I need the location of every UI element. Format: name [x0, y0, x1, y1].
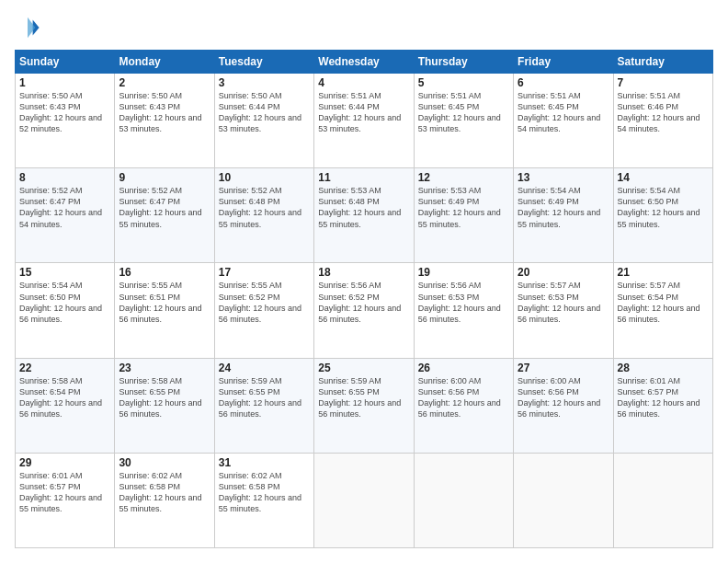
page: SundayMondayTuesdayWednesdayThursdayFrid… [0, 0, 728, 563]
day-number: 25 [318, 362, 409, 374]
calendar-week-row: 15 Sunrise: 5:54 AMSunset: 6:50 PMDaylig… [16, 263, 713, 358]
calendar-week-row: 29 Sunrise: 6:01 AMSunset: 6:57 PMDaylig… [16, 453, 713, 547]
day-info: Sunrise: 5:51 AMSunset: 6:45 PMDaylight:… [418, 91, 501, 133]
calendar-day-cell: 7 Sunrise: 5:51 AMSunset: 6:46 PMDayligh… [613, 74, 712, 168]
day-info: Sunrise: 5:51 AMSunset: 6:44 PMDaylight:… [318, 91, 401, 133]
calendar-day-cell: 14 Sunrise: 5:54 AMSunset: 6:50 PMDaylig… [613, 168, 712, 263]
day-info: Sunrise: 5:50 AMSunset: 6:43 PMDaylight:… [19, 91, 102, 133]
calendar-day-header: Wednesday [314, 51, 414, 74]
calendar-day-cell: 18 Sunrise: 5:56 AMSunset: 6:52 PMDaylig… [314, 263, 414, 358]
calendar-day-cell: 30 Sunrise: 6:02 AMSunset: 6:58 PMDaylig… [115, 453, 214, 547]
calendar-day-cell: 10 Sunrise: 5:52 AMSunset: 6:48 PMDaylig… [214, 168, 313, 263]
calendar-day-cell: 13 Sunrise: 5:54 AMSunset: 6:49 PMDaylig… [514, 168, 613, 263]
calendar-day-cell [314, 453, 414, 547]
calendar-day-cell: 26 Sunrise: 6:00 AMSunset: 6:56 PMDaylig… [414, 358, 513, 453]
day-number: 26 [418, 362, 509, 374]
calendar-day-cell: 24 Sunrise: 5:59 AMSunset: 6:55 PMDaylig… [214, 358, 313, 453]
day-number: 9 [119, 171, 210, 184]
day-info: Sunrise: 5:55 AMSunset: 6:52 PMDaylight:… [219, 281, 301, 323]
calendar-day-cell [613, 453, 712, 547]
calendar-day-cell: 1 Sunrise: 5:50 AMSunset: 6:43 PMDayligh… [16, 74, 115, 168]
calendar-day-cell: 25 Sunrise: 5:59 AMSunset: 6:55 PMDaylig… [314, 358, 414, 453]
day-info: Sunrise: 5:58 AMSunset: 6:54 PMDaylight:… [19, 376, 102, 419]
day-number: 22 [19, 362, 110, 374]
day-info: Sunrise: 5:56 AMSunset: 6:53 PMDaylight:… [418, 281, 501, 323]
day-info: Sunrise: 5:53 AMSunset: 6:48 PMDaylight:… [318, 186, 401, 228]
calendar-table: SundayMondayTuesdayWednesdayThursdayFrid… [15, 50, 713, 548]
calendar-day-header: Sunday [16, 51, 115, 74]
day-number: 29 [19, 456, 110, 469]
calendar-day-cell: 22 Sunrise: 5:58 AMSunset: 6:54 PMDaylig… [16, 358, 115, 453]
header [15, 15, 713, 40]
calendar-week-row: 22 Sunrise: 5:58 AMSunset: 6:54 PMDaylig… [16, 358, 713, 453]
day-number: 8 [19, 171, 110, 184]
day-info: Sunrise: 5:55 AMSunset: 6:51 PMDaylight:… [119, 281, 201, 323]
day-info: Sunrise: 5:53 AMSunset: 6:49 PMDaylight:… [418, 186, 501, 228]
day-number: 30 [119, 456, 210, 469]
day-number: 4 [318, 76, 409, 89]
day-number: 7 [618, 76, 709, 89]
day-info: Sunrise: 6:02 AMSunset: 6:58 PMDaylight:… [119, 471, 201, 513]
day-number: 28 [618, 362, 709, 374]
day-number: 19 [418, 266, 509, 279]
calendar-week-row: 8 Sunrise: 5:52 AMSunset: 6:47 PMDayligh… [16, 168, 713, 263]
day-number: 21 [618, 266, 709, 279]
calendar-day-cell: 23 Sunrise: 5:58 AMSunset: 6:55 PMDaylig… [115, 358, 214, 453]
day-info: Sunrise: 5:52 AMSunset: 6:47 PMDaylight:… [119, 186, 201, 228]
day-info: Sunrise: 5:57 AMSunset: 6:53 PMDaylight:… [518, 281, 600, 323]
logo [15, 15, 44, 40]
calendar-day-cell: 16 Sunrise: 5:55 AMSunset: 6:51 PMDaylig… [115, 263, 214, 358]
logo-icon [15, 15, 40, 40]
day-info: Sunrise: 5:51 AMSunset: 6:46 PMDaylight:… [618, 91, 700, 133]
calendar-day-cell: 19 Sunrise: 5:56 AMSunset: 6:53 PMDaylig… [414, 263, 513, 358]
calendar-day-cell: 12 Sunrise: 5:53 AMSunset: 6:49 PMDaylig… [414, 168, 513, 263]
calendar-day-cell: 17 Sunrise: 5:55 AMSunset: 6:52 PMDaylig… [214, 263, 313, 358]
day-info: Sunrise: 5:50 AMSunset: 6:44 PMDaylight:… [219, 91, 301, 133]
day-info: Sunrise: 5:54 AMSunset: 6:50 PMDaylight:… [618, 186, 700, 228]
calendar-day-cell: 11 Sunrise: 5:53 AMSunset: 6:48 PMDaylig… [314, 168, 414, 263]
day-info: Sunrise: 5:59 AMSunset: 6:55 PMDaylight:… [318, 376, 401, 419]
calendar-day-cell: 6 Sunrise: 5:51 AMSunset: 6:45 PMDayligh… [514, 74, 613, 168]
calendar-day-cell: 3 Sunrise: 5:50 AMSunset: 6:44 PMDayligh… [214, 74, 313, 168]
day-info: Sunrise: 5:59 AMSunset: 6:55 PMDaylight:… [219, 376, 301, 419]
day-info: Sunrise: 5:50 AMSunset: 6:43 PMDaylight:… [119, 91, 201, 133]
day-info: Sunrise: 5:54 AMSunset: 6:50 PMDaylight:… [19, 281, 102, 323]
day-info: Sunrise: 5:51 AMSunset: 6:45 PMDaylight:… [518, 91, 600, 133]
calendar-day-header: Tuesday [214, 51, 313, 74]
day-number: 15 [19, 266, 110, 279]
calendar-day-cell: 31 Sunrise: 6:02 AMSunset: 6:58 PMDaylig… [214, 453, 313, 547]
calendar-day-cell: 27 Sunrise: 6:00 AMSunset: 6:56 PMDaylig… [514, 358, 613, 453]
day-number: 23 [119, 362, 210, 374]
day-number: 27 [518, 362, 609, 374]
day-info: Sunrise: 5:52 AMSunset: 6:47 PMDaylight:… [19, 186, 102, 228]
calendar-week-row: 1 Sunrise: 5:50 AMSunset: 6:43 PMDayligh… [16, 74, 713, 168]
calendar-day-header: Saturday [613, 51, 712, 74]
day-info: Sunrise: 5:57 AMSunset: 6:54 PMDaylight:… [618, 281, 700, 323]
day-info: Sunrise: 5:52 AMSunset: 6:48 PMDaylight:… [219, 186, 301, 228]
day-info: Sunrise: 5:58 AMSunset: 6:55 PMDaylight:… [119, 376, 201, 419]
day-number: 1 [19, 76, 110, 89]
day-number: 20 [518, 266, 609, 279]
day-number: 10 [219, 171, 310, 184]
calendar-header-row: SundayMondayTuesdayWednesdayThursdayFrid… [16, 51, 713, 74]
calendar-day-cell: 5 Sunrise: 5:51 AMSunset: 6:45 PMDayligh… [414, 74, 513, 168]
calendar-day-cell: 9 Sunrise: 5:52 AMSunset: 6:47 PMDayligh… [115, 168, 214, 263]
day-info: Sunrise: 6:01 AMSunset: 6:57 PMDaylight:… [19, 471, 102, 513]
day-info: Sunrise: 6:00 AMSunset: 6:56 PMDaylight:… [518, 376, 600, 419]
calendar-day-cell: 21 Sunrise: 5:57 AMSunset: 6:54 PMDaylig… [613, 263, 712, 358]
svg-marker-1 [28, 17, 35, 38]
day-info: Sunrise: 6:00 AMSunset: 6:56 PMDaylight:… [418, 376, 501, 419]
day-number: 2 [119, 76, 210, 89]
day-number: 24 [219, 362, 310, 374]
calendar-day-cell [514, 453, 613, 547]
day-number: 11 [318, 171, 409, 184]
day-number: 16 [119, 266, 210, 279]
calendar-day-cell: 28 Sunrise: 6:01 AMSunset: 6:57 PMDaylig… [613, 358, 712, 453]
day-number: 3 [219, 76, 310, 89]
calendar-day-cell: 29 Sunrise: 6:01 AMSunset: 6:57 PMDaylig… [16, 453, 115, 547]
calendar-day-header: Thursday [414, 51, 513, 74]
day-number: 17 [219, 266, 310, 279]
day-info: Sunrise: 5:54 AMSunset: 6:49 PMDaylight:… [518, 186, 600, 228]
day-info: Sunrise: 6:02 AMSunset: 6:58 PMDaylight:… [219, 471, 301, 513]
day-number: 5 [418, 76, 509, 89]
